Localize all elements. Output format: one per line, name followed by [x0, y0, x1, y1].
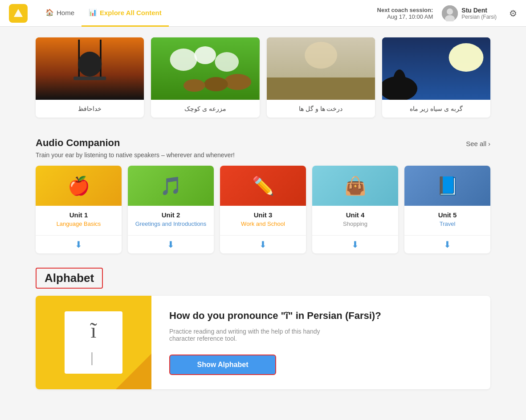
unit-card-2[interactable]: 🎵 Unit 2 Greetings and Introductions ⬇	[128, 166, 214, 253]
audio-companion-subtitle: Train your ear by listening to native sp…	[36, 151, 490, 159]
unit-number-1: Unit 1	[40, 211, 117, 219]
alphabet-question: How do you pronounce "ĩ" in Persian (Far…	[169, 310, 381, 322]
unit-card-body-1: Unit 1 Language Basics	[36, 206, 122, 235]
svg-rect-8	[73, 77, 106, 80]
alphabet-description: Practice reading and writing with the he…	[169, 328, 338, 342]
svg-point-21	[449, 43, 483, 72]
alphabet-section-title: Alphabet	[45, 271, 94, 285]
unit-card-4[interactable]: 👜 Unit 4 Shopping ⬇	[312, 166, 398, 253]
nav-explore[interactable]: 📊 Explore All Content	[82, 0, 169, 27]
svg-point-12	[195, 46, 216, 64]
show-alphabet-button[interactable]: Show Alphabet	[169, 355, 276, 375]
svg-point-14	[224, 74, 251, 90]
explore-icon: 📊	[89, 8, 97, 16]
image-card-3[interactable]: درخت ها و گل ها	[267, 37, 375, 118]
download-icon-2: ⬇	[167, 239, 175, 250]
image-placeholder-3	[267, 37, 375, 100]
unit-card-body-4: Unit 4 Shopping	[312, 206, 398, 235]
svg-point-13	[215, 52, 239, 72]
download-icon-3: ⬇	[259, 239, 267, 250]
download-icon-4: ⬇	[351, 239, 359, 250]
audio-companion-header: Audio Companion See all ›	[36, 137, 490, 149]
unit-card-1[interactable]: 🍎 Unit 1 Language Basics ⬇	[36, 166, 122, 253]
alphabet-header-box: Alphabet	[36, 268, 103, 289]
download-btn-3[interactable]: ⬇	[220, 235, 306, 253]
svg-point-3	[447, 8, 453, 15]
unit-card-body-5: Unit 5 Travel	[404, 206, 490, 235]
unit-card-3[interactable]: ✏️ Unit 3 Work and School ⬇	[220, 166, 306, 253]
download-icon-1: ⬇	[75, 239, 82, 250]
unit-number-4: Unit 4	[317, 211, 394, 219]
download-btn-2[interactable]: ⬇	[128, 235, 214, 253]
image-cards-row: خداحافظ مزرعه ی کوچک	[36, 27, 490, 125]
card-label-2: مزرعه ی کوچک	[151, 100, 259, 118]
unit-icon-2: 🎵	[128, 166, 214, 206]
image-placeholder-1	[36, 37, 144, 100]
unit-icon-4: 👜	[312, 166, 398, 206]
main-content: خداحافظ مزرعه ی کوچک	[0, 27, 526, 407]
header: 🏠 Home 📊 Explore All Content Next coach …	[0, 0, 526, 27]
chevron-right-icon: ›	[488, 140, 490, 147]
unit-img-4: 👜	[312, 166, 398, 206]
svg-point-16	[183, 79, 205, 92]
image-card-4[interactable]: گربه ی سیاه زیر ماه	[382, 37, 490, 118]
nav-home[interactable]: 🏠 Home	[38, 0, 82, 27]
unit-img-5: 📘	[404, 166, 490, 206]
svg-point-15	[204, 77, 228, 91]
nav: 🏠 Home 📊 Explore All Content	[38, 0, 169, 27]
card-label-4: گربه ی سیاه زیر ماه	[382, 100, 490, 118]
card-label-3: درخت ها و گل ها	[267, 100, 375, 118]
unit-name-4: Shopping	[317, 220, 394, 227]
unit-name-5: Travel	[409, 220, 486, 227]
alphabet-visual: ĩ|	[36, 296, 151, 389]
unit-img-1: 🍎	[36, 166, 122, 206]
unit-icon-3: ✏️	[220, 166, 306, 206]
unit-icon-5: 📘	[404, 166, 490, 206]
unit-card-body-2: Unit 2 Greetings and Introductions	[128, 206, 214, 235]
unit-number-5: Unit 5	[409, 211, 486, 219]
see-all-button[interactable]: See all ›	[466, 140, 490, 147]
download-btn-1[interactable]: ⬇	[36, 235, 122, 253]
user-details: Stu Dent Persian (Farsi)	[461, 7, 497, 20]
image-card-1[interactable]: خداحافظ	[36, 37, 144, 118]
unit-name-2: Greetings and Introductions	[132, 220, 209, 227]
image-placeholder-2	[151, 37, 259, 100]
home-icon: 🏠	[45, 8, 54, 16]
unit-cards-row: 🍎 Unit 1 Language Basics ⬇ 🎵 Unit 2 Gree…	[36, 166, 490, 253]
unit-card-body-3: Unit 3 Work and School	[220, 206, 306, 235]
alphabet-character-display: ĩ|	[65, 311, 122, 374]
unit-card-5[interactable]: 📘 Unit 5 Travel ⬇	[404, 166, 490, 253]
user-info[interactable]: Stu Dent Persian (Farsi)	[442, 5, 497, 21]
svg-point-18	[305, 42, 337, 69]
image-placeholder-4	[382, 37, 490, 100]
header-right: Next coach session: Aug 17, 10:00 AM Stu…	[377, 5, 517, 21]
image-card-2[interactable]: مزرعه ی کوچک	[151, 37, 259, 118]
svg-point-11	[170, 49, 197, 71]
alphabet-content: How do you pronounce "ĩ" in Persian (Far…	[151, 296, 399, 389]
alphabet-section: Alphabet ĩ| How do you pronounce "ĩ" in …	[36, 268, 490, 389]
unit-name-1: Language Basics	[40, 220, 117, 227]
unit-icon-1: 🍎	[36, 166, 122, 206]
gear-icon[interactable]: ⚙	[509, 8, 517, 19]
logo[interactable]	[9, 4, 28, 23]
unit-img-3: ✏️	[220, 166, 306, 206]
unit-number-2: Unit 2	[132, 211, 209, 219]
download-btn-4[interactable]: ⬇	[312, 235, 398, 253]
svg-point-9	[78, 52, 102, 77]
avatar	[442, 5, 458, 21]
unit-number-3: Unit 3	[224, 211, 302, 219]
unit-name-3: Work and School	[224, 220, 302, 227]
audio-companion-title: Audio Companion	[36, 137, 120, 149]
card-label-1: خداحافظ	[36, 100, 144, 118]
svg-rect-19	[267, 77, 375, 100]
unit-img-2: 🎵	[128, 166, 214, 206]
download-icon-5: ⬇	[444, 239, 451, 250]
svg-point-23	[393, 69, 406, 94]
alphabet-card: ĩ| How do you pronounce "ĩ" in Persian (…	[36, 296, 490, 389]
download-btn-5[interactable]: ⬇	[404, 235, 490, 253]
coach-session: Next coach session: Aug 17, 10:00 AM	[377, 7, 433, 20]
